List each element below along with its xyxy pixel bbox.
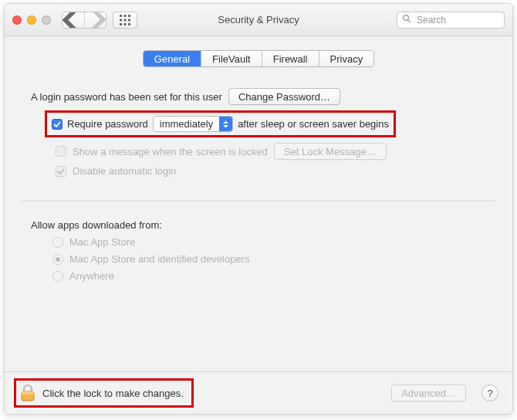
- help-button[interactable]: ?: [482, 384, 498, 401]
- disable-auto-login-checkbox: [56, 166, 66, 177]
- search-icon: [402, 14, 411, 25]
- login-password-section: A login password has been set for this u…: [22, 83, 495, 182]
- svg-rect-7: [124, 23, 127, 25]
- search-input[interactable]: [415, 14, 499, 26]
- login-password-set-label: A login password has been set for this u…: [31, 91, 222, 103]
- window-controls: [12, 15, 51, 25]
- svg-rect-3: [120, 19, 122, 21]
- disable-auto-login-label: Disable automatic login: [73, 165, 176, 177]
- tab-bar: General FileVault Firewall Privacy: [22, 50, 495, 67]
- minimize-window-button[interactable]: [27, 15, 36, 25]
- forward-button[interactable]: [84, 12, 106, 28]
- highlight-require-password: Require password immediately after sleep…: [45, 110, 396, 137]
- svg-rect-12: [22, 391, 34, 395]
- zoom-window-button[interactable]: [42, 15, 51, 25]
- tab-firewall[interactable]: Firewall: [262, 51, 319, 66]
- show-lock-message-checkbox: [56, 146, 66, 157]
- gatekeeper-header: Allow apps downloaded from:: [31, 219, 162, 231]
- titlebar: Security & Privacy: [5, 4, 512, 36]
- change-password-button[interactable]: Change Password…: [228, 88, 340, 105]
- set-lock-message-button: Set Lock Message…: [274, 143, 387, 160]
- svg-point-9: [404, 15, 409, 21]
- svg-rect-1: [124, 15, 127, 17]
- close-window-button[interactable]: [12, 15, 22, 25]
- section-divider: [22, 201, 495, 202]
- tab-general[interactable]: General: [144, 51, 201, 66]
- back-button[interactable]: [63, 12, 84, 28]
- require-password-delay-value: immediately: [154, 118, 219, 130]
- require-password-label-prefix: Require password: [67, 118, 148, 130]
- svg-rect-0: [120, 15, 122, 17]
- preferences-window: Security & Privacy General FileVault Fir…: [4, 3, 513, 415]
- require-password-checkbox[interactable]: [52, 119, 63, 130]
- gatekeeper-identified-radio: [52, 254, 63, 265]
- footer-bar: Click the lock to make changes. Advanced…: [5, 371, 512, 414]
- svg-rect-4: [124, 19, 127, 21]
- tab-privacy[interactable]: Privacy: [319, 51, 374, 66]
- show-lock-message-label: Show a message when the screen is locked: [73, 146, 268, 158]
- tab-filevault[interactable]: FileVault: [201, 51, 262, 66]
- gatekeeper-store-label: Mac App Store: [69, 236, 135, 248]
- advanced-button[interactable]: Advanced…: [391, 384, 466, 401]
- nav-back-forward: [62, 12, 106, 29]
- gatekeeper-identified-label: Mac App Store and identified developers: [69, 253, 249, 265]
- require-password-label-suffix: after sleep or screen saver begins: [238, 118, 389, 130]
- svg-line-10: [408, 20, 411, 22]
- gatekeeper-section: Allow apps downloaded from: Mac App Stor…: [22, 214, 495, 287]
- highlight-lock: Click the lock to make changes.: [14, 378, 194, 408]
- search-field[interactable]: [397, 12, 505, 29]
- gatekeeper-store-radio: [52, 237, 63, 248]
- gatekeeper-anywhere-radio: [52, 271, 63, 282]
- lock-icon[interactable]: [19, 384, 36, 402]
- lock-text: Click the lock to make changes.: [42, 388, 184, 399]
- require-password-delay-select[interactable]: immediately: [153, 116, 233, 132]
- gatekeeper-anywhere-label: Anywhere: [69, 270, 114, 282]
- show-all-button[interactable]: [113, 12, 137, 29]
- svg-rect-2: [128, 15, 130, 17]
- svg-rect-5: [128, 19, 130, 21]
- stepper-arrows-icon: [219, 117, 232, 131]
- svg-rect-8: [128, 23, 130, 25]
- content-area: General FileVault Firewall Privacy A log…: [5, 36, 512, 371]
- svg-rect-6: [120, 23, 122, 25]
